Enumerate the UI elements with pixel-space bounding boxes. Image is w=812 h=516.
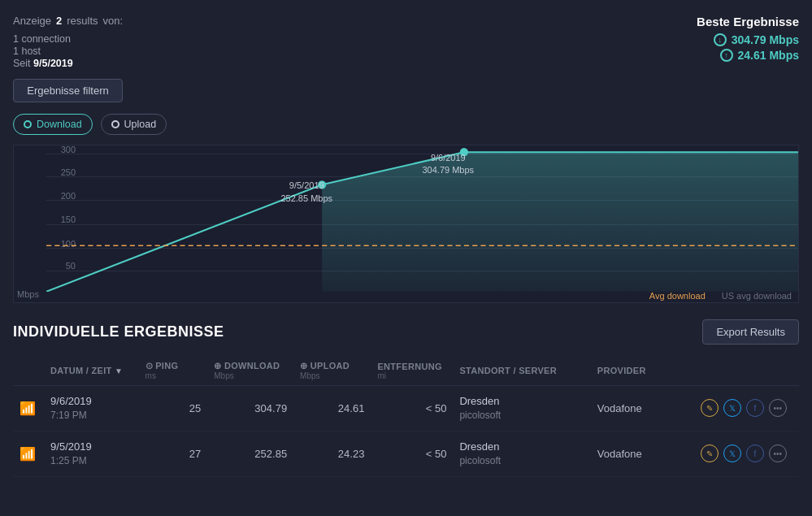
actions-cell-1: ✎ 𝕏 f ••• bbox=[694, 431, 799, 476]
location-name-1: Dresden bbox=[459, 440, 584, 454]
location-sub-1: picolosoft bbox=[459, 454, 584, 468]
download-cell-1: 252.85 bbox=[207, 431, 293, 476]
col-date-header[interactable]: DATUM / ZEIT ▼ bbox=[44, 356, 138, 386]
download-cell-0: 304.79 bbox=[207, 386, 293, 431]
location-div-1: Dresden picolosoft bbox=[459, 440, 584, 468]
upload-toggle-label: Upload bbox=[124, 119, 157, 130]
col-download-header: ⊕ DOWNLOAD Mbps bbox=[207, 356, 293, 386]
date-cell-1: 9/5/2019 1:25 PM bbox=[44, 431, 138, 476]
location-cell-1: Dresden picolosoft bbox=[453, 431, 590, 476]
results-section: INDIVIDUELLE ERGEBNISSE Export Results D… bbox=[0, 303, 812, 485]
twitter-icon-1[interactable]: 𝕏 bbox=[723, 444, 741, 462]
provider-cell-1: Vodafone bbox=[591, 431, 694, 476]
table-row: 📶 9/6/2019 7:19 PM 25 304.79 24.61 < 50 … bbox=[13, 386, 799, 431]
date-text-1: 9/5/2019 bbox=[50, 440, 132, 454]
avg-download-label: Avg download bbox=[649, 291, 706, 301]
date-cell-0: 9/6/2019 7:19 PM bbox=[44, 386, 138, 431]
wifi-icon-1: 📶 bbox=[20, 447, 36, 461]
tooltip-point-2: 9/6/2019 304.79 Mbps bbox=[423, 152, 475, 177]
upload-cell-1: 24.23 bbox=[293, 431, 371, 476]
actions-cell-0: ✎ 𝕏 f ••• bbox=[694, 386, 799, 431]
wifi-icon-0: 📶 bbox=[20, 401, 36, 415]
facebook-icon-1[interactable]: f bbox=[746, 444, 764, 462]
wifi-cell-1: 📶 bbox=[13, 431, 44, 476]
upload-circle-icon: ↑ bbox=[720, 49, 733, 62]
seit-row: Seit 9/5/2019 bbox=[13, 58, 123, 69]
anzeige-label: Anzeige bbox=[13, 15, 51, 27]
chart-bottom-labels: Avg download US avg download bbox=[649, 291, 792, 301]
anzeige-row: Anzeige 2 results von: bbox=[13, 15, 123, 27]
upload-dot-icon bbox=[111, 120, 119, 128]
results-table: DATUM / ZEIT ▼ ⊙ PING ms ⊕ DOWNLOAD Mbps… bbox=[13, 356, 799, 477]
von-label: von: bbox=[103, 15, 124, 27]
col-distance-header: ENTFERNUNG mi bbox=[371, 356, 453, 386]
beste-ergebnisse: Beste Ergebnisse ↓ 304.79 Mbps ↑ 24.61 M… bbox=[697, 15, 799, 64]
mbps-axis-label: Mbps bbox=[17, 289, 39, 299]
us-avg-download-label: US avg download bbox=[722, 291, 792, 301]
action-icons-1: ✎ 𝕏 f ••• bbox=[701, 444, 792, 462]
results-section-title: INDIVIDUELLE ERGEBNISSE bbox=[13, 323, 224, 340]
beste-title: Beste Ergebnisse bbox=[697, 15, 799, 28]
location-sub-0: picolosoft bbox=[459, 409, 584, 423]
upload-toggle-button[interactable]: Upload bbox=[101, 114, 167, 135]
distance-cell-1: < 50 bbox=[371, 431, 453, 476]
edit-icon-1[interactable]: ✎ bbox=[701, 444, 719, 462]
date-time-0: 9/6/2019 7:19 PM bbox=[50, 394, 132, 423]
seit-date: 9/5/2019 bbox=[33, 58, 73, 69]
host-count: 1 host bbox=[13, 46, 123, 57]
action-icons-0: ✎ 𝕏 f ••• bbox=[701, 399, 792, 417]
ping-cell-1: 27 bbox=[139, 431, 208, 476]
facebook-icon-0[interactable]: f bbox=[746, 399, 764, 417]
provider-cell-0: Vodafone bbox=[591, 386, 694, 431]
table-row: 📶 9/5/2019 1:25 PM 27 252.85 24.23 < 50 … bbox=[13, 431, 799, 476]
beste-download-value: 304.79 Mbps bbox=[732, 33, 799, 46]
upload-cell-0: 24.61 bbox=[293, 386, 371, 431]
twitter-icon-0[interactable]: 𝕏 bbox=[723, 399, 741, 417]
results-count: 2 bbox=[56, 15, 62, 27]
export-button[interactable]: Export Results bbox=[702, 319, 799, 345]
top-left-info: Anzeige 2 results von: 1 connection 1 ho… bbox=[13, 15, 123, 102]
tooltip-value-2: 304.79 Mbps bbox=[423, 164, 475, 176]
table-header-row: DATUM / ZEIT ▼ ⊙ PING ms ⊕ DOWNLOAD Mbps… bbox=[13, 356, 799, 386]
col-actions-header bbox=[694, 356, 799, 386]
chart-container: 300 250 200 150 100 50 bbox=[13, 145, 799, 303]
location-cell-0: Dresden picolosoft bbox=[453, 386, 590, 431]
results-table-head: DATUM / ZEIT ▼ ⊙ PING ms ⊕ DOWNLOAD Mbps… bbox=[13, 356, 799, 386]
download-circle-icon: ↓ bbox=[714, 33, 727, 46]
edit-icon-0[interactable]: ✎ bbox=[701, 399, 719, 417]
beste-upload-row: ↑ 24.61 Mbps bbox=[697, 49, 799, 62]
tooltip-date-1: 9/5/2019 bbox=[280, 180, 332, 192]
top-bar: Anzeige 2 results von: 1 connection 1 ho… bbox=[0, 0, 812, 111]
date-sort-arrow: ▼ bbox=[115, 366, 123, 375]
beste-download-row: ↓ 304.79 Mbps bbox=[697, 33, 799, 46]
beste-upload-value: 24.61 Mbps bbox=[738, 49, 799, 62]
ping-cell-0: 25 bbox=[139, 386, 208, 431]
download-toggle-label: Download bbox=[37, 119, 82, 130]
download-toggle-button[interactable]: Download bbox=[13, 114, 93, 135]
more-icon-1[interactable]: ••• bbox=[769, 444, 787, 462]
ping-icon: ⊙ bbox=[145, 361, 156, 371]
tooltip-point-1: 9/5/2019 252.85 Mbps bbox=[280, 180, 332, 205]
results-table-body: 📶 9/6/2019 7:19 PM 25 304.79 24.61 < 50 … bbox=[13, 386, 799, 477]
date-text-0: 9/6/2019 bbox=[50, 394, 132, 409]
location-div-0: Dresden picolosoft bbox=[459, 394, 584, 423]
connection-count: 1 connection bbox=[13, 33, 123, 45]
filter-button[interactable]: Ergebnisse filtern bbox=[13, 79, 123, 102]
results-header: INDIVIDUELLE ERGEBNISSE Export Results bbox=[13, 319, 799, 345]
results-word: results bbox=[67, 15, 98, 27]
download-dot-icon bbox=[24, 120, 32, 128]
col-provider-header: PROVIDER bbox=[591, 356, 694, 386]
time-text-0: 7:19 PM bbox=[50, 409, 132, 423]
seit-label: Seit bbox=[13, 58, 31, 69]
more-icon-0[interactable]: ••• bbox=[769, 399, 787, 417]
wifi-cell-0: 📶 bbox=[13, 386, 44, 431]
col-location-header: STANDORT / SERVER bbox=[453, 356, 590, 386]
time-text-1: 1:25 PM bbox=[50, 454, 132, 468]
meta-rows: 1 connection 1 host Seit 9/5/2019 bbox=[13, 33, 123, 69]
tooltip-value-1: 252.85 Mbps bbox=[280, 193, 332, 205]
download-header-icon: ⊕ bbox=[214, 361, 224, 371]
distance-cell-0: < 50 bbox=[371, 386, 453, 431]
date-time-1: 9/5/2019 1:25 PM bbox=[50, 440, 132, 468]
chart-inner: 300 250 200 150 100 50 bbox=[14, 145, 798, 302]
col-icon-header bbox=[13, 356, 44, 386]
